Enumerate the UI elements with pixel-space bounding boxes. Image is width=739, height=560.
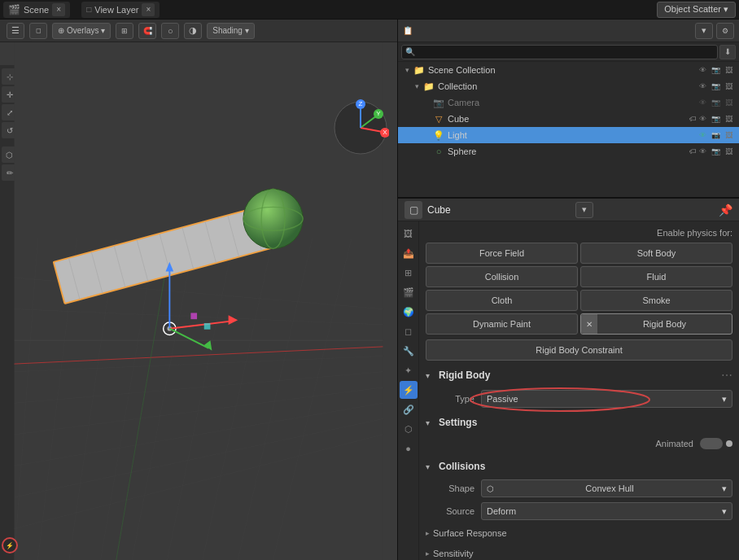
svg-rect-43 [204, 323, 211, 330]
enable-physics-label: Enable physics for: [426, 228, 732, 238]
eye-ctrl[interactable]: 👁 [697, 64, 708, 76]
tree-item-collection[interactable]: ▾ 📁 Collection 👁 📷 🖼 [398, 78, 739, 94]
render-ctrl[interactable]: 🖼 [723, 97, 734, 108]
cam-ctrl[interactable]: 📷 [710, 64, 721, 76]
sensitivity-arrow: ▸ [426, 549, 430, 558]
shape-select[interactable]: ⬡ Convex Hull ▾ [481, 479, 732, 497]
overlays-btn[interactable]: ⊕ Overlays ▾ [52, 23, 111, 39]
shading-btn[interactable]: Shading ▾ [207, 23, 254, 39]
scene-canvas[interactable]: ⊹ ✛ ⤢ ↺ ⬡ ✏ [0, 42, 397, 560]
cube-icon: ▽ [432, 112, 445, 125]
tree-item-light[interactable]: 💡 Light 👁 📷 🖼 [398, 127, 739, 143]
settings-section-header[interactable]: ▾ Settings [426, 413, 732, 432]
sidebar-icon-viewlayer[interactable]: ⊞ [400, 264, 418, 282]
type-label: Type [426, 394, 474, 404]
surface-response-header[interactable]: ▸ Surface Response [426, 524, 732, 542]
render-ctrl[interactable]: 🖼 [723, 113, 734, 125]
dynamic-paint-btn[interactable]: Dynamic Paint [426, 313, 578, 335]
rigid-body-x-btn[interactable]: ✕ [581, 314, 597, 334]
sensitivity-header[interactable]: ▸ Sensitivity [426, 545, 732, 560]
svg-rect-42 [190, 313, 197, 319]
top-bar: 🎬 Scene × □ View Layer × Object Scatter … [0, 0, 739, 20]
shape-row: Shape ⬡ Convex Hull ▾ [426, 478, 732, 499]
tree-item-sphere[interactable]: ○ Sphere 🏷 👁 📷 🖼 [398, 143, 739, 160]
viewport-menu-btn[interactable]: ☰ [7, 23, 24, 39]
pin-button[interactable]: 📌 [719, 203, 732, 217]
rigid-body-section-title: Rigid Body [439, 370, 490, 381]
cam-ctrl[interactable]: 📷 [710, 97, 721, 108]
sidebar-icon-world[interactable]: 🌍 [400, 303, 418, 321]
gizmo-btn[interactable]: ⊞ [116, 23, 133, 39]
soft-body-btn[interactable]: Soft Body [580, 243, 732, 264]
scene-collection-label: Scene Collection [428, 65, 697, 75]
eye-ctrl[interactable]: 👁 [697, 97, 708, 108]
cam-ctrl[interactable]: 📷 [710, 81, 721, 92]
render-ctrl[interactable]: 🖼 [723, 146, 734, 157]
shape-value: Convex Hull [585, 483, 633, 493]
render-ctrl[interactable]: 🖼 [723, 81, 734, 92]
scene-label: Scene [24, 5, 49, 15]
properties-display-btn[interactable]: ▾ [575, 202, 593, 218]
shape-icon: ⬡ [487, 484, 494, 493]
cloth-btn[interactable]: Cloth [426, 290, 578, 311]
render-ctrl[interactable]: 🖼 [723, 64, 734, 76]
sidebar-icon-scene[interactable]: 🎬 [400, 283, 418, 301]
collection-label: Collection [438, 81, 697, 91]
viewport-render-btn[interactable]: ○ [161, 23, 179, 39]
sidebar-icon-constraints[interactable]: 🔗 [400, 400, 418, 418]
eye-ctrl[interactable]: 👁 [697, 146, 708, 157]
sidebar-icon-physics[interactable]: ⚡ [400, 381, 418, 399]
scene-section[interactable]: 🎬 Scene × [3, 2, 70, 18]
sidebar-icon-data[interactable]: ⬡ [400, 420, 418, 438]
rigid-body-constraint-btn[interactable]: Rigid Body Constraint [426, 339, 732, 361]
cam-ctrl[interactable]: 📷 [710, 146, 721, 157]
tree-item-scene-collection[interactable]: ▾ 📁 Scene Collection 👁 📷 🖼 [398, 62, 739, 78]
cam-ctrl[interactable]: 📷 [710, 129, 721, 141]
sidebar-icon-modifier[interactable]: 🔧 [400, 342, 418, 360]
cam-ctrl[interactable]: 📷 [710, 113, 721, 125]
section-dots: ⋯ [721, 369, 732, 382]
outliner-search[interactable] [401, 45, 718, 59]
viewlayer-section[interactable]: □ View Layer × [81, 2, 160, 18]
viewport-mode-btn[interactable]: ◻ [29, 23, 47, 39]
sphere-label: Sphere [448, 147, 688, 156]
collisions-section-title: Collisions [439, 461, 485, 472]
eye-ctrl[interactable]: 👁 [697, 81, 708, 92]
render-ctrl[interactable]: 🖼 [723, 129, 734, 141]
light-icon: 💡 [432, 129, 445, 142]
fluid-btn[interactable]: Fluid [580, 266, 732, 287]
outliner-display-btn[interactable]: ▾ [695, 23, 713, 39]
tree-item-camera[interactable]: 📷 Camera 👁 📷 🖼 [398, 94, 739, 111]
sidebar-icon-render[interactable]: 🖼 [400, 225, 418, 243]
sidebar-icon-object[interactable]: ◻ [400, 322, 418, 340]
right-panel: 📋 ▾ ⚙ ⬇ ▾ 📁 Scene Collection 👁 📷 [397, 20, 739, 560]
physics-mode-icon[interactable]: ⚡ [2, 537, 18, 553]
force-field-btn[interactable]: Force Field [426, 243, 578, 264]
outliner-filter-btn[interactable]: ⚙ [716, 23, 734, 39]
collision-btn[interactable]: Collision [426, 266, 578, 287]
sidebar-icons: 🖼 📤 ⊞ 🎬 🌍 ◻ 🔧 ✦ ⚡ 🔗 ⬡ ● [398, 221, 419, 560]
smoke-btn[interactable]: Smoke [580, 290, 732, 311]
animated-toggle[interactable] [700, 438, 723, 449]
scene-close-btn[interactable]: × [52, 3, 65, 16]
viewport-solid-btn[interactable]: ◑ [184, 23, 202, 39]
viewlayer-close-btn[interactable]: × [142, 3, 155, 16]
axis-gizmo[interactable]: Y X Z [332, 99, 389, 156]
outliner-filter-dropdown[interactable]: ⬇ [719, 45, 736, 59]
rigid-body-section-header[interactable]: ▾ Rigid Body ⋯ [426, 365, 732, 385]
source-row: Source Deform ▾ [426, 501, 732, 522]
collisions-section-header[interactable]: ▾ Collisions [426, 457, 732, 476]
object-scatter-button[interactable]: Object Scatter ▾ [657, 2, 736, 18]
sidebar-icon-output[interactable]: 📤 [400, 244, 418, 262]
snap-btn[interactable]: 🧲 [138, 23, 156, 39]
sidebar-icon-material[interactable]: ● [400, 440, 418, 457]
type-select[interactable]: Passive ▾ [481, 390, 732, 408]
properties-content: Enable physics for: Force Field Soft Bod… [419, 221, 739, 560]
sidebar-icon-particles[interactable]: ✦ [400, 361, 418, 379]
tree-item-cube[interactable]: ▽ Cube 🏷 👁 📷 🖼 [398, 111, 739, 127]
eye-ctrl[interactable]: 👁 [697, 129, 708, 141]
animated-dot[interactable] [726, 440, 732, 447]
eye-ctrl[interactable]: 👁 [697, 113, 708, 125]
overlays-icon: ⊕ [58, 26, 64, 35]
source-select[interactable]: Deform ▾ [481, 502, 732, 520]
